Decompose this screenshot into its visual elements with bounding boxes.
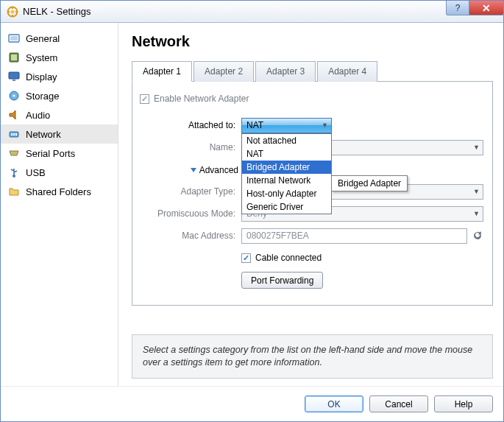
sidebar-item-label: Storage	[26, 91, 60, 102]
svg-rect-17	[13, 133, 15, 136]
general-icon	[8, 32, 20, 44]
ok-button[interactable]: OK	[305, 395, 363, 412]
sidebar-item-label: USB	[26, 167, 46, 178]
advanced-toggle[interactable]: Advanced	[191, 165, 238, 175]
sidebar-item-usb[interactable]: USB	[1, 163, 118, 182]
dropdown-option[interactable]: Generic Driver	[242, 200, 331, 214]
advanced-label: Advanced	[199, 165, 238, 175]
svg-marker-19	[10, 151, 18, 155]
tab-adapter-1[interactable]: Adapter 1	[132, 61, 192, 82]
folder-icon	[8, 186, 20, 197]
mac-row: Mac Address: 0800275F7BEA	[140, 228, 483, 244]
tab-adapter-3[interactable]: Adapter 3	[255, 61, 316, 82]
audio-icon	[8, 109, 20, 121]
attached-to-row: Attached to: NAT ▼ Not attached NAT Brid…	[140, 117, 483, 133]
cable-row: Cable connected	[140, 250, 483, 266]
serial-icon	[8, 147, 20, 159]
enable-network-checkbox[interactable]: Enable Network Adapter	[140, 94, 249, 104]
hint-box: Select a settings category from the list…	[132, 334, 493, 379]
dropdown-option[interactable]: NAT	[242, 147, 331, 161]
adapter-panel: Enable Network Adapter Attached to: NAT …	[132, 82, 493, 306]
checkbox-icon	[140, 94, 149, 104]
chevron-down-icon: ▼	[473, 210, 480, 217]
cancel-button[interactable]: Cancel	[369, 395, 428, 412]
sidebar-item-shared-folders[interactable]: Shared Folders	[1, 182, 118, 201]
storage-icon	[8, 90, 20, 102]
page-title: Network	[132, 33, 493, 50]
port-forwarding-row: Port Forwarding	[140, 272, 483, 289]
svg-rect-9	[11, 54, 17, 60]
dropdown-option[interactable]: Host-only Adapter	[242, 187, 331, 200]
mac-label: Mac Address:	[140, 231, 241, 241]
name-label: Name:	[140, 142, 241, 152]
help-button[interactable]: Help	[434, 395, 493, 412]
svg-point-13	[13, 94, 15, 96]
attached-to-select[interactable]: NAT ▼	[241, 118, 332, 133]
promiscuous-label: Promiscuous Mode:	[140, 208, 241, 219]
svg-rect-7	[10, 36, 18, 41]
sidebar-item-network[interactable]: Network	[1, 124, 118, 144]
tab-adapter-4[interactable]: Adapter 4	[317, 61, 377, 82]
checkbox-label: Cable connected	[255, 253, 322, 263]
svg-rect-18	[15, 133, 17, 136]
checkbox-label: Enable Network Adapter	[154, 94, 249, 104]
select-value: NAT	[246, 120, 263, 130]
settings-dialog: NELK - Settings ? ✕ General System Displ…	[0, 0, 504, 422]
enable-adapter-row: Enable Network Adapter	[140, 91, 483, 107]
svg-rect-1	[12, 7, 13, 9]
tabstrip: Adapter 1 Adapter 2 Adapter 3 Adapter 4	[132, 60, 493, 82]
mac-address-input[interactable]: 0800275F7BEA	[241, 228, 467, 244]
dropdown-option[interactable]: Internal Network	[242, 174, 331, 187]
titlebar: NELK - Settings ? ✕	[1, 1, 503, 23]
sidebar-item-system[interactable]: System	[1, 48, 118, 67]
dropdown-option[interactable]: Not attached	[242, 134, 331, 147]
window-controls: ? ✕	[446, 1, 503, 22]
attached-to-dropdown: Not attached NAT Bridged Adapter Interna…	[241, 133, 332, 214]
help-button[interactable]: ?	[446, 1, 469, 15]
sidebar-item-display[interactable]: Display	[1, 67, 118, 86]
sidebar-item-storage[interactable]: Storage	[1, 86, 118, 105]
chevron-down-icon: ▼	[473, 188, 480, 195]
sidebar-item-label: Network	[26, 129, 61, 140]
input-value: 0800275F7BEA	[246, 231, 309, 241]
svg-rect-10	[9, 72, 19, 79]
sidebar-item-serial-ports[interactable]: Serial Ports	[1, 144, 118, 163]
adapter-type-label: Adapter Type:	[140, 186, 241, 197]
sidebar-item-label: Serial Ports	[26, 148, 75, 159]
refresh-mac-button[interactable]	[472, 230, 483, 242]
display-icon	[8, 71, 20, 82]
svg-marker-14	[10, 110, 15, 119]
sidebar-item-label: Shared Folders	[26, 186, 91, 197]
tab-adapter-2[interactable]: Adapter 2	[194, 61, 254, 82]
sidebar: General System Display Storage Audio Net…	[1, 23, 118, 386]
cable-connected-checkbox[interactable]: Cable connected	[241, 253, 322, 263]
network-icon	[8, 128, 20, 140]
dropdown-option[interactable]: Bridged Adapter	[242, 161, 331, 174]
svg-rect-4	[15, 11, 18, 13]
window-title: NELK - Settings	[23, 6, 446, 17]
svg-rect-3	[7, 11, 10, 13]
dialog-body: General System Display Storage Audio Net…	[1, 23, 503, 386]
system-icon	[8, 52, 20, 63]
tooltip: Bridged Adapter	[331, 175, 408, 191]
usb-icon	[8, 166, 20, 178]
svg-rect-16	[11, 133, 13, 136]
chevron-down-icon: ▼	[473, 144, 480, 151]
sidebar-item-label: System	[26, 52, 57, 63]
close-button[interactable]: ✕	[469, 1, 504, 15]
port-forwarding-button[interactable]: Port Forwarding	[241, 272, 323, 289]
app-icon	[7, 6, 18, 18]
svg-rect-2	[12, 15, 13, 17]
attached-to-label: Attached to:	[140, 120, 241, 130]
content-pane: Network Adapter 1 Adapter 2 Adapter 3 Ad…	[118, 23, 503, 386]
checkbox-icon	[241, 253, 251, 263]
dialog-footer: OK Cancel Help	[1, 386, 503, 421]
sidebar-item-general[interactable]: General	[1, 29, 118, 48]
sidebar-item-label: Audio	[26, 110, 50, 121]
sidebar-item-label: General	[26, 33, 60, 44]
chevron-down-icon: ▼	[322, 122, 328, 129]
sidebar-item-label: Display	[26, 71, 57, 82]
svg-point-5	[11, 10, 15, 13]
sidebar-item-audio[interactable]: Audio	[1, 105, 118, 124]
svg-rect-11	[13, 80, 15, 81]
